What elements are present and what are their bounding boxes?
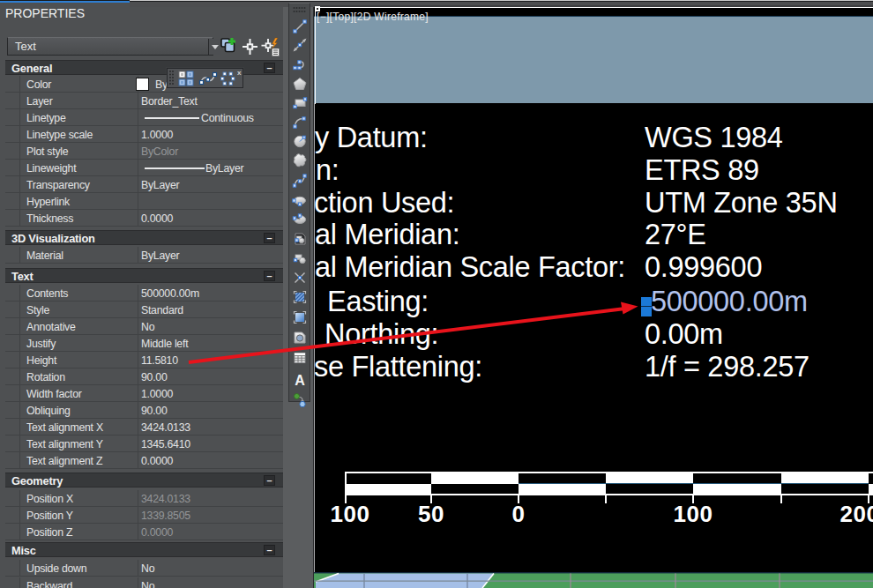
svg-text:x: x: [237, 69, 242, 77]
svg-text:A: A: [295, 373, 305, 388]
